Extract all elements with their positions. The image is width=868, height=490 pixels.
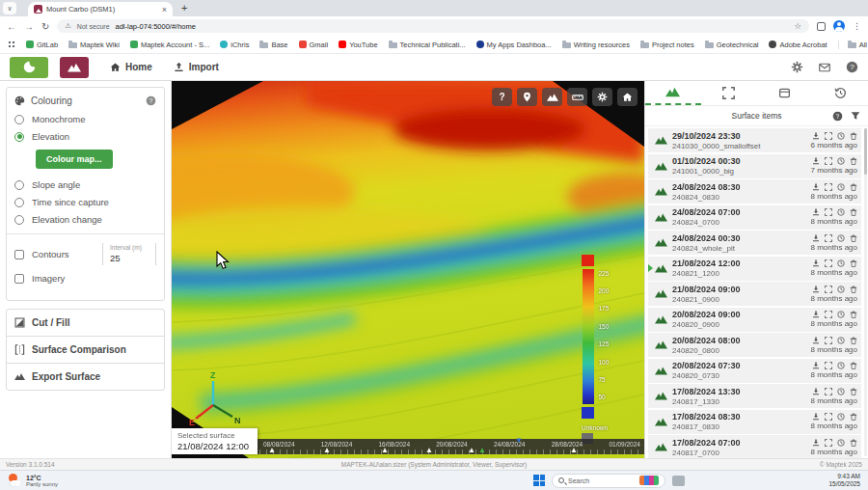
reload-icon[interactable]: ↻ [41,21,49,32]
surface-marker-icon[interactable] [323,447,331,454]
tab-surfaces[interactable] [645,81,701,105]
security-label[interactable]: Not secure [77,23,110,30]
viewer-home-view-button[interactable] [617,88,637,106]
surface-item[interactable]: 24/08/2024 07:00240824_0700 8 months ago [648,205,861,230]
download-icon[interactable] [812,388,820,395]
bookmark-adobe-acrobat[interactable]: Adobe Acrobat [769,41,827,49]
surface-item[interactable]: 17/08/2024 08:30240817_0830 8 months ago [648,410,861,434]
download-icon[interactable] [812,157,820,165]
crop-icon[interactable] [825,208,832,216]
bookmark-ichris[interactable]: iChris [220,41,249,49]
clock-icon[interactable] [837,259,845,267]
scrollbar[interactable] [864,128,867,456]
selected-surface-marker-icon[interactable] [478,447,486,454]
new-tab-button[interactable]: + [181,2,187,14]
clock-icon[interactable] [837,183,845,191]
section-export-surface[interactable]: Export Surface [7,363,164,390]
delete-icon[interactable] [850,439,857,447]
tab-search-button[interactable]: ∨ [3,2,16,14]
clock-icon[interactable] [837,413,845,421]
download-icon[interactable] [812,439,820,447]
viewer-location-button[interactable] [517,88,537,106]
bookmark-gitlab[interactable]: GitLab [26,41,58,49]
crop-icon[interactable] [825,157,832,165]
download-icon[interactable] [812,208,820,216]
all-bookmarks-button[interactable]: All Bookmarks [838,41,868,49]
radio-time-since-capture[interactable]: Time since capture [14,197,156,207]
terrain-surface[interactable] [172,81,644,458]
viewer-help-button[interactable]: ? [492,88,512,106]
surface-item[interactable]: 01/10/2024 00:30241001_0000_big 7 months… [648,154,861,178]
surface-item[interactable]: 24/08/2024 00:30240824_whole_pit 8 month… [648,231,861,255]
back-icon[interactable]: ← [7,21,16,32]
clock-icon[interactable] [837,132,845,140]
bookmark-maptek-wiki[interactable]: Maptek Wiki [68,41,120,49]
clock-icon[interactable] [837,311,845,318]
viewer-3d[interactable]: ? 225 200 175 150 125 100 75 50 [172,81,644,458]
imagery-checkbox[interactable] [14,274,24,284]
crop-icon[interactable] [825,311,832,318]
settings-gear-icon[interactable] [791,61,803,73]
delete-icon[interactable] [850,208,857,216]
bookmark-my-apps-dashboard[interactable]: My Apps Dashboa... [476,41,552,49]
delete-icon[interactable] [850,286,857,293]
surface-item[interactable]: 29/10/2024 23:30241030_0000_smalloffset … [648,128,861,152]
colouring-help-icon[interactable] [146,95,156,106]
bookmark-base[interactable]: Base [259,41,287,49]
crop-icon[interactable] [825,183,832,191]
delete-icon[interactable] [850,388,857,395]
download-icon[interactable] [812,362,820,369]
surface-item[interactable]: 21/08/2024 09:00240821_0900 8 months ago [648,282,861,306]
browser-tab[interactable]: Mount Carbo (DSM1) × [28,2,173,16]
help-icon[interactable] [846,61,858,73]
surface-item[interactable]: 24/08/2024 08:30240824_0830 8 months ago [648,179,861,204]
filter-funnel-icon[interactable] [851,111,860,121]
crop-icon[interactable] [825,234,832,242]
download-icon[interactable] [812,132,820,140]
bookmark-geotechnical[interactable]: Geotechnical [705,41,759,49]
delete-icon[interactable] [850,413,857,421]
contours-interval-field[interactable]: Interval (m) 25 [102,243,156,265]
bookmark-maptek-account[interactable]: Maptek Account - S... [130,41,209,49]
radio-monochrome[interactable]: Monochrome [14,114,156,124]
clock-icon[interactable] [837,208,845,216]
clock-icon[interactable] [837,234,845,242]
section-surface-comparison[interactable]: Surface Comparison [7,336,164,363]
section-cut-fill[interactable]: Cut / Fill [7,310,164,336]
download-icon[interactable] [812,234,820,242]
taskbar-app-icon[interactable] [672,476,685,486]
tab-history[interactable] [812,81,868,105]
crop-icon[interactable] [825,337,832,344]
viewer-surfaces-button[interactable] [542,88,562,106]
tab-close-icon[interactable]: × [162,5,167,14]
viewer-settings-button[interactable] [592,88,612,106]
crop-icon[interactable] [825,439,832,447]
crop-icon[interactable] [825,413,832,421]
colour-map-button[interactable]: Colour map... [36,150,113,169]
download-icon[interactable] [812,413,820,421]
bookmark-gmail[interactable]: Gmail [299,41,329,49]
clock-icon[interactable] [837,362,845,369]
download-icon[interactable] [812,311,820,318]
bookmark-technical-publications[interactable]: Technical Publicati... [389,41,466,49]
apps-grid-icon[interactable] [8,41,15,48]
profile-avatar[interactable] [833,20,845,32]
radio-slope-angle[interactable]: Slope angle [14,179,156,190]
surface-marker-icon[interactable] [425,447,433,454]
surface-item[interactable]: 17/08/2024 07:00240817_0700 8 months ago [648,435,861,458]
delete-icon[interactable] [850,337,857,344]
download-icon[interactable] [812,337,820,344]
extensions-icon[interactable] [817,22,826,31]
surface-marker-icon[interactable] [468,447,475,454]
mail-icon[interactable] [818,62,831,73]
delete-icon[interactable] [850,259,857,267]
clock-icon[interactable] [837,388,845,395]
browser-menu-icon[interactable]: ⋮ [853,21,861,31]
surface-marker-icon[interactable] [570,447,578,454]
contours-checkbox[interactable] [14,250,24,259]
surface-marker-icon[interactable] [268,447,276,454]
viewer-measure-button[interactable] [567,88,587,106]
delete-icon[interactable] [850,311,857,318]
clock-icon[interactable] [837,157,845,165]
surface-item[interactable]: 20/08/2024 07:30240820_0730 8 months ago [648,359,861,383]
